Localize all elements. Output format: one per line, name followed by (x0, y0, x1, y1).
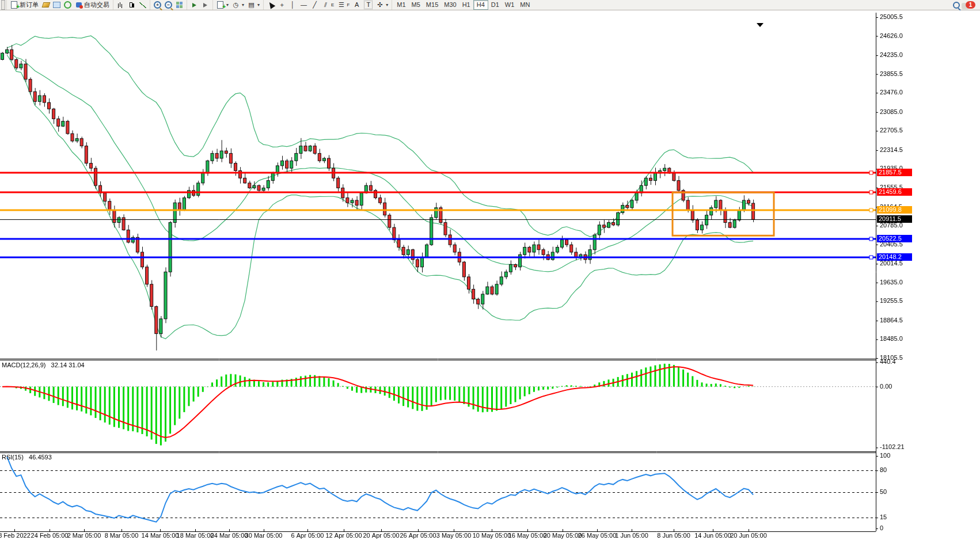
price-label-bid: 20911.5 (877, 215, 912, 223)
rsi-indicator-label: RSI(15) 46.4593 (2, 454, 52, 461)
price-label-resistance-1: 21857.5 (877, 169, 912, 176)
macd-name: MACD(12,26,9) (2, 362, 45, 368)
price-label-pivot: 21099.8 (877, 206, 912, 214)
price-label-support-1: 20522.5 (877, 235, 912, 242)
chart-shift-marker[interactable] (757, 23, 764, 27)
price-label-resistance-2: 21459.6 (877, 188, 912, 196)
rsi-name: RSI(15) (2, 454, 24, 461)
rsi-value: 46.4593 (29, 454, 52, 461)
macd-indicator-label: MACD(12,26,9) 32.14 31.04 (2, 362, 85, 368)
price-label-support-2: 20148.2 (877, 253, 912, 261)
macd-values: 32.14 31.04 (51, 362, 85, 368)
mt4-window: { "window": { "title_symbol": "HK50-,H4"… (0, 0, 980, 540)
chart-canvas[interactable] (0, 0, 980, 540)
